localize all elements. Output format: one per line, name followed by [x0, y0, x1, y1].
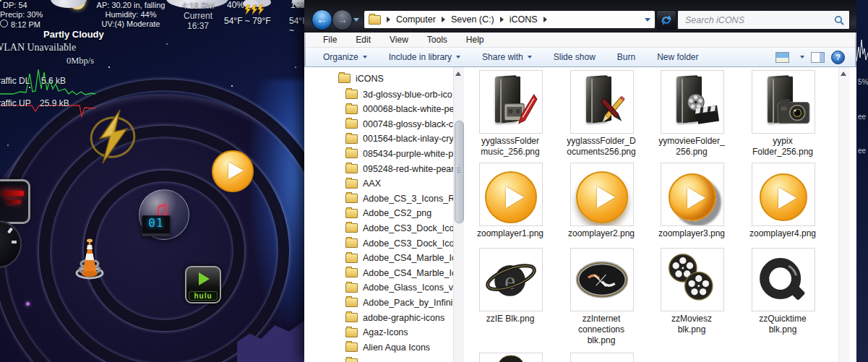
play-orange-3d-icon: [661, 163, 723, 225]
file-icon: [570, 353, 634, 362]
tree-item-partial[interactable]: [345, 356, 453, 362]
file-icon: [479, 353, 543, 362]
address-bar[interactable]: ComputerSeven (C:)iCONS: [364, 10, 656, 29]
file-icon: [661, 70, 724, 134]
toolbar-slide-show[interactable]: Slide show: [554, 52, 596, 62]
tree-item-label: 085434-purple-white-p: [363, 149, 453, 159]
breadcrumb-item[interactable]: Seven (C:): [451, 14, 494, 25]
preview-pane-icon[interactable]: [811, 52, 825, 63]
tree-item-label: Adobe_CS2_png: [363, 208, 431, 218]
tree-item[interactable]: AAX: [345, 177, 453, 191]
clock-time-24h: 16:37: [175, 21, 221, 31]
tree-item[interactable]: Adobe_CS2_png: [345, 207, 453, 220]
tree-item-root[interactable]: iCONS: [338, 72, 453, 85]
tree-item-label: Adobe_CS4_Marble_Ico: [363, 253, 453, 263]
hulu-dock-icon[interactable]: hulu: [185, 266, 221, 303]
file-item[interactable]: zoomplayer3.png: [661, 163, 724, 239]
toolbar-organize[interactable]: Organize: [323, 52, 367, 62]
folder-icon: [345, 268, 358, 277]
file-item[interactable]: zzMoviesz blk.png: [661, 248, 724, 335]
folder-icon: [345, 313, 358, 322]
toolbar-item-label: Burn: [617, 52, 635, 62]
tree-item[interactable]: 3d-glossy-blue-orb-ico: [345, 87, 453, 101]
menu-edit[interactable]: Edit: [356, 35, 371, 45]
wlan-status: WLAN Unavailable: [0, 42, 76, 53]
tree-item[interactable]: adobe-graphic-icons: [345, 311, 453, 324]
tree-item[interactable]: 001564-black-inlay-crys: [345, 132, 453, 146]
play-dock-icon[interactable]: [212, 150, 254, 192]
file-item[interactable]: zzQuicktime blk.png: [752, 248, 815, 335]
file-item[interactable]: yyglasssFolder music_256.png: [479, 70, 543, 158]
file-icon: [570, 70, 634, 134]
file-item[interactable]: ezzIE Blk.png: [479, 248, 543, 324]
menu-bar: FileEditViewToolsHelp: [306, 33, 855, 48]
network-speed: 0Mbp/s: [66, 56, 94, 66]
forward-button[interactable]: →: [332, 9, 353, 30]
breadcrumb: ComputerSeven (C:)iCONS: [381, 14, 553, 25]
tree-item[interactable]: Adobe_CS3_Dock_Icons: [345, 221, 453, 235]
file-item[interactable]: [570, 353, 634, 362]
menu-tools[interactable]: Tools: [427, 35, 447, 45]
scrollbar-grip: [457, 168, 460, 168]
tree-item[interactable]: Agaz-Icons: [345, 326, 453, 340]
history-dropdown-icon[interactable]: [353, 18, 359, 22]
tree-item[interactable]: Adobe_Pack_by_Infinity: [345, 296, 453, 309]
scroll-up-icon[interactable]: [841, 72, 846, 76]
toolbar-new-folder[interactable]: New folder: [657, 52, 698, 62]
file-item[interactable]: zoomplayer4.png: [752, 163, 815, 239]
views-icon[interactable]: [775, 52, 789, 63]
tree-scrollbar-thumb[interactable]: [455, 121, 464, 223]
menu-help[interactable]: Help: [466, 35, 484, 45]
tree-item[interactable]: Alien Aqua Icons: [345, 340, 453, 354]
refresh-icon: [661, 14, 672, 26]
search-icon[interactable]: [834, 15, 844, 25]
tree-item[interactable]: Adobe_CS_3_Icons_Rep: [345, 191, 453, 205]
folder-icon: [345, 134, 358, 144]
dashboard-gauge-widget[interactable]: 40: [0, 179, 30, 224]
toolbar-share-with[interactable]: Share with: [482, 52, 532, 62]
tree-item[interactable]: Adobe_Glass_Icons_ver: [345, 281, 453, 295]
search-input[interactable]: [678, 15, 834, 25]
file-item[interactable]: yyglasssFolder_Documents256.png: [570, 70, 634, 158]
file-name-label: zzQuicktime blk.png: [747, 314, 818, 335]
menu-file[interactable]: File: [323, 35, 337, 45]
search-box[interactable]: [677, 10, 850, 30]
tree-item[interactable]: Adobe_CS4_Marble_Ico: [345, 266, 453, 280]
tree-item[interactable]: Adobe_CS3_Dock_Icons: [345, 236, 453, 250]
tree-item[interactable]: 000068-black-white-pe: [345, 103, 453, 116]
breadcrumb-item[interactable]: iCONS: [510, 14, 538, 25]
tree-item-label: 095248-red-white-pearl: [363, 164, 453, 174]
file-item[interactable]: zoomplayer2.png: [570, 163, 634, 239]
tree-item[interactable]: 000748-glossy-black-co: [345, 117, 453, 131]
weather-column-2: AP: 30.20 in, falling Humidity: 44% UV:(…: [94, 1, 168, 29]
download-value: 5.6 kB: [41, 76, 66, 86]
tree-item[interactable]: 095248-red-white-pearl: [345, 162, 453, 176]
desktop-background: DP: 54 Precip: 30% 8:12 PM Partly Cloudy…: [0, 0, 307, 362]
menu-view[interactable]: View: [390, 35, 408, 45]
file-item[interactable]: yypix Folder_256.png: [752, 70, 815, 158]
flash-dock-icon[interactable]: [84, 107, 142, 168]
help-icon[interactable]: ?: [831, 51, 845, 64]
tree-scrollbar[interactable]: [453, 67, 464, 362]
vlc-cone-dock-icon[interactable]: [72, 236, 107, 280]
back-button[interactable]: ←: [311, 9, 332, 30]
file-item[interactable]: zzInternet connections blk.png: [570, 248, 634, 346]
breadcrumb-item[interactable]: Computer: [396, 14, 436, 25]
views-dropdown-icon[interactable]: [800, 56, 804, 59]
file-item[interactable]: zoomplayer1.png: [479, 163, 543, 239]
file-icon: [570, 163, 634, 226]
scroll-up-icon[interactable]: [455, 72, 461, 76]
refresh-button[interactable]: [656, 10, 676, 30]
file-name-label: zzInternet connections blk.png: [566, 314, 637, 346]
toolbar-include-in-library[interactable]: Include in library: [389, 52, 460, 62]
clock-widget: 4:18 PM Current 16:37: [175, 1, 221, 31]
file-item[interactable]: yymovieeFolder_256.png: [661, 70, 724, 158]
toolbar-burn[interactable]: Burn: [617, 52, 635, 62]
forecast-today-range: 54°F ~ 79°F: [224, 17, 271, 26]
files-scrollbar[interactable]: [838, 67, 850, 362]
folder-icon: [345, 254, 358, 263]
address-dropdown-icon[interactable]: [645, 18, 650, 22]
tree-item[interactable]: 085434-purple-white-p: [345, 147, 453, 160]
file-item[interactable]: [479, 353, 543, 362]
tree-item[interactable]: Adobe_CS4_Marble_Ico: [345, 251, 453, 265]
